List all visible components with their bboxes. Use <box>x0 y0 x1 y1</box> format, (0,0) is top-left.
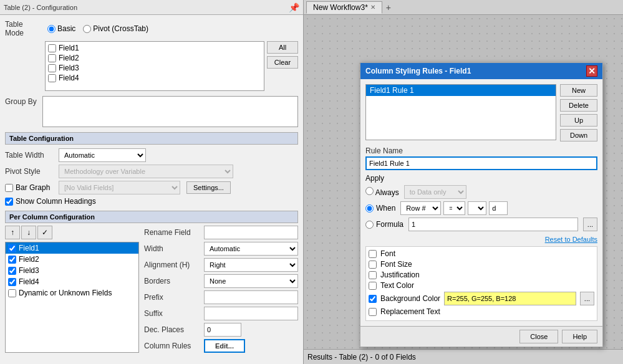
pivot-style-label: Pivot Style <box>5 167 55 176</box>
when-operator-select[interactable]: == <box>443 201 465 215</box>
field1-label: Field1 <box>59 44 79 52</box>
col-list-panel: ↑ ↓ ✓ Field1 Field2 Field3 <box>5 226 139 353</box>
borders-label: Borders <box>144 277 200 285</box>
prefix-label: Prefix <box>144 293 200 302</box>
col-field2-checkbox[interactable] <box>8 256 16 264</box>
borders-select[interactable]: None <box>204 274 298 288</box>
col-item-field1[interactable]: Field1 <box>6 242 138 254</box>
delete-rule-button[interactable]: Delete <box>560 99 597 112</box>
when-radio-label[interactable]: When <box>365 204 395 213</box>
always-text: Always <box>375 188 399 197</box>
col-field1-checkbox[interactable] <box>8 244 16 252</box>
group-by-box[interactable] <box>42 96 298 127</box>
when-text: When <box>376 204 395 213</box>
when-radio[interactable] <box>365 204 374 213</box>
always-radio-label[interactable]: Always <box>365 187 399 197</box>
field2-label: Field2 <box>59 54 79 62</box>
bar-graph-select[interactable]: [No Valid Fields] <box>59 181 180 194</box>
down-rule-button[interactable]: Down <box>560 129 597 141</box>
alignment-select[interactable]: Right <box>204 258 298 272</box>
all-button[interactable]: All <box>267 41 298 54</box>
col-item-dynamic[interactable]: Dynamic or Unknown Fields <box>6 287 138 299</box>
new-rule-button[interactable]: New <box>560 84 597 97</box>
col-item-field2[interactable]: Field2 <box>6 254 138 265</box>
font-checkbox[interactable] <box>369 250 377 258</box>
field4-checkbox[interactable] <box>48 74 56 82</box>
table-width-select[interactable]: Automatic <box>59 148 146 162</box>
always-radio[interactable] <box>365 187 374 195</box>
dec-places-label: Dec. Places <box>144 325 200 334</box>
col-dynamic-checkbox[interactable] <box>8 289 16 297</box>
field-item-1: Field1 <box>47 43 263 53</box>
check-button[interactable]: ✓ <box>37 226 52 239</box>
reset-link: Reset to Defaults <box>365 235 597 244</box>
col-field4-checkbox[interactable] <box>8 278 16 286</box>
when-type-select[interactable]: d <box>468 201 486 215</box>
settings-button[interactable]: Settings... <box>186 181 231 194</box>
field-item-3: Field3 <box>47 63 263 73</box>
checkboxes-section[interactable]: Font Font Size Justification Text Color <box>365 246 597 321</box>
pivot-style-select[interactable]: Methodology over Variable <box>59 165 233 178</box>
rename-input[interactable] <box>204 226 298 239</box>
col-dynamic-label: Dynamic or Unknown Fields <box>19 289 112 297</box>
pin-icon[interactable]: 📌 <box>289 2 299 12</box>
col-item-field3[interactable]: Field3 <box>6 265 138 276</box>
clear-button[interactable]: Clear <box>267 56 298 69</box>
color-browse-button[interactable]: ... <box>580 292 594 305</box>
up-rule-button[interactable]: Up <box>560 114 597 127</box>
modal-titlebar: Column Styling Rules - Field1 ✕ <box>360 63 602 79</box>
formula-radio-label[interactable]: Formula <box>365 220 403 229</box>
col-item-field4[interactable]: Field4 <box>6 276 138 287</box>
rule-name-input[interactable] <box>365 156 597 170</box>
justification-row: Justification <box>369 271 594 279</box>
font-size-label: Font Size <box>380 260 412 269</box>
col-field3-checkbox[interactable] <box>8 267 16 275</box>
justification-checkbox[interactable] <box>369 271 377 279</box>
help-button[interactable]: Help <box>562 330 597 343</box>
bar-graph-checkbox[interactable] <box>5 184 13 192</box>
rename-row: Rename Field <box>144 226 298 239</box>
width-select[interactable]: Automatic <box>204 242 298 256</box>
field1-checkbox[interactable] <box>48 44 56 52</box>
fields-listbox[interactable]: Field1 Field2 Field3 Field4 <box>45 41 264 91</box>
edit-button[interactable]: Edit... <box>204 339 245 353</box>
formula-browse-button[interactable]: ... <box>583 218 597 231</box>
rule-listbox[interactable]: Field1 Rule 1 <box>365 84 556 140</box>
font-row: Font <box>369 249 594 258</box>
show-headings-checkbox[interactable] <box>5 198 13 206</box>
field4-label: Field4 <box>59 74 79 82</box>
bg-color-input[interactable] <box>444 292 576 305</box>
replacement-text-checkbox[interactable] <box>369 308 377 316</box>
modal-body: Field1 Rule 1 New Delete Up Down Rule Na… <box>360 79 602 326</box>
text-color-row: Text Color <box>369 281 594 290</box>
close-button[interactable]: Close <box>519 330 558 343</box>
when-value-input[interactable] <box>489 201 508 215</box>
suffix-input[interactable] <box>204 307 298 320</box>
formula-input[interactable] <box>408 218 578 231</box>
bg-color-label: Background Color <box>380 294 440 303</box>
when-field-select[interactable]: Row # <box>400 201 441 215</box>
bg-color-checkbox[interactable] <box>369 295 377 303</box>
basic-radio-label[interactable]: Basic <box>47 24 75 33</box>
move-down-button[interactable]: ↓ <box>21 226 36 239</box>
dec-places-input[interactable] <box>204 323 241 337</box>
formula-radio[interactable] <box>365 221 374 229</box>
modal-close-button[interactable]: ✕ <box>586 65 597 77</box>
pivot-radio-label[interactable]: Pivot (CrossTab) <box>83 24 148 33</box>
prefix-input[interactable] <box>204 290 298 304</box>
move-up-button[interactable]: ↑ <box>5 226 20 239</box>
field2-checkbox[interactable] <box>48 54 56 62</box>
basic-radio[interactable] <box>47 25 56 33</box>
field3-checkbox[interactable] <box>48 64 56 72</box>
alignment-label: Alignment (H) <box>144 261 200 269</box>
pivot-radio[interactable] <box>83 25 91 33</box>
formula-row: Formula ... <box>365 218 597 231</box>
text-color-checkbox[interactable] <box>369 282 377 290</box>
column-listbox[interactable]: Field1 Field2 Field3 Field4 <box>5 242 139 353</box>
rule-item-1[interactable]: Field1 Rule 1 <box>366 85 556 96</box>
per-column-header: Per Column Configuration <box>5 211 298 223</box>
reset-defaults-link[interactable]: Reset to Defaults <box>545 236 597 243</box>
font-size-checkbox[interactable] <box>369 261 377 269</box>
to-data-select[interactable]: to Data only <box>404 185 466 199</box>
rule-name-section: Rule Name <box>365 146 597 170</box>
